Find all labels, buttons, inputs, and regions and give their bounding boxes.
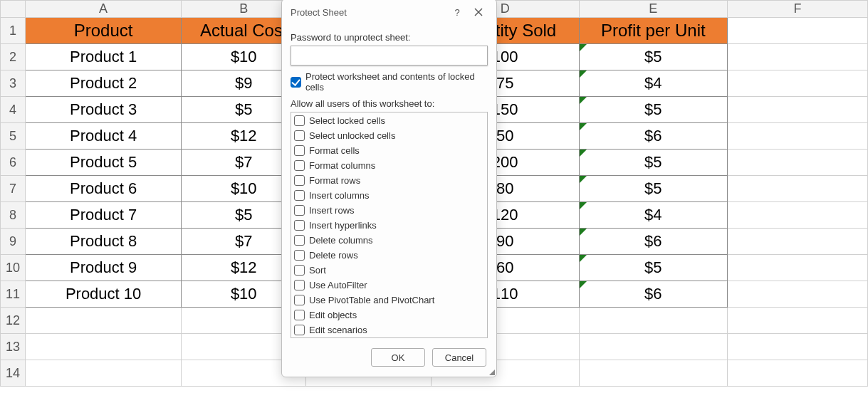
row-header[interactable]: 10 bbox=[1, 255, 26, 281]
cell-F10[interactable] bbox=[727, 255, 867, 281]
permission-item[interactable]: Sort bbox=[294, 263, 484, 276]
resize-handle[interactable] bbox=[488, 368, 495, 375]
cancel-button[interactable]: Cancel bbox=[432, 348, 486, 367]
row-header[interactable]: 9 bbox=[1, 229, 26, 255]
row-header[interactable]: 11 bbox=[1, 281, 26, 308]
cell-A4[interactable]: Product 3 bbox=[26, 97, 182, 123]
permission-checkbox[interactable] bbox=[294, 295, 305, 305]
cell-E3[interactable]: $4 bbox=[579, 70, 727, 97]
row-header[interactable]: 4 bbox=[1, 97, 26, 123]
cell-A6[interactable]: Product 5 bbox=[26, 150, 182, 176]
help-button[interactable]: ? bbox=[446, 4, 468, 21]
permission-checkbox[interactable] bbox=[294, 130, 305, 141]
cell-E8[interactable]: $4 bbox=[579, 202, 727, 229]
cell-F14[interactable] bbox=[727, 360, 867, 387]
permission-item[interactable]: Use PivotTable and PivotChart bbox=[294, 293, 484, 306]
cell-A12[interactable] bbox=[26, 308, 182, 334]
permission-item[interactable]: Insert rows bbox=[294, 204, 484, 216]
cell-E6[interactable]: $5 bbox=[579, 150, 727, 176]
cell-E7[interactable]: $5 bbox=[579, 176, 727, 202]
permission-item[interactable]: Edit objects bbox=[294, 308, 484, 321]
cell-A5[interactable]: Product 4 bbox=[26, 123, 182, 150]
cell-F2[interactable] bbox=[727, 44, 867, 70]
dialog-title: Protect Sheet bbox=[291, 7, 446, 18]
cell-A8[interactable]: Product 7 bbox=[26, 202, 182, 229]
row-header[interactable]: 14 bbox=[1, 360, 26, 387]
cell-F1[interactable] bbox=[727, 18, 867, 44]
permission-checkbox[interactable] bbox=[294, 160, 305, 171]
row-header[interactable]: 8 bbox=[1, 202, 26, 229]
cell-A2[interactable]: Product 1 bbox=[26, 44, 182, 70]
permission-checkbox[interactable] bbox=[294, 145, 305, 156]
permission-checkbox[interactable] bbox=[294, 250, 305, 261]
cell-F9[interactable] bbox=[727, 229, 867, 255]
permission-checkbox[interactable] bbox=[294, 310, 305, 320]
row-header[interactable]: 3 bbox=[1, 70, 26, 97]
permission-item[interactable]: Format columns bbox=[294, 159, 484, 172]
permission-checkbox[interactable] bbox=[294, 190, 305, 201]
permission-item[interactable]: Format rows bbox=[294, 174, 484, 187]
permission-item[interactable]: Format cells bbox=[294, 144, 484, 157]
ok-button[interactable]: OK bbox=[371, 348, 425, 367]
close-button[interactable] bbox=[468, 4, 489, 21]
permissions-list[interactable]: Select locked cellsSelect unlocked cells… bbox=[291, 112, 488, 338]
protect-contents-checkbox[interactable] bbox=[291, 77, 301, 88]
cell-E2[interactable]: $5 bbox=[579, 44, 727, 70]
permission-item[interactable]: Delete columns bbox=[294, 234, 484, 246]
row-header[interactable]: 12 bbox=[1, 308, 26, 334]
row-header[interactable]: 5 bbox=[1, 123, 26, 150]
permission-checkbox[interactable] bbox=[294, 280, 305, 290]
permission-item[interactable]: Delete rows bbox=[294, 248, 484, 261]
cell-F3[interactable] bbox=[727, 70, 867, 97]
cell-A7[interactable]: Product 6 bbox=[26, 176, 182, 202]
cell-F4[interactable] bbox=[727, 97, 867, 123]
select-all-corner[interactable] bbox=[1, 1, 26, 18]
cell-E11[interactable]: $6 bbox=[579, 281, 727, 308]
permission-checkbox[interactable] bbox=[294, 175, 305, 186]
permission-checkbox[interactable] bbox=[294, 325, 305, 335]
cell-E13[interactable] bbox=[579, 334, 727, 360]
row-header[interactable]: 2 bbox=[1, 44, 26, 70]
cell-E4[interactable]: $5 bbox=[579, 97, 727, 123]
cell-A10[interactable]: Product 9 bbox=[26, 255, 182, 281]
cell-A11[interactable]: Product 10 bbox=[26, 281, 182, 308]
cell-E12[interactable] bbox=[579, 308, 727, 334]
cell-E14[interactable] bbox=[579, 360, 727, 387]
cell-A1[interactable]: Product bbox=[26, 18, 182, 44]
cell-A9[interactable]: Product 8 bbox=[26, 229, 182, 255]
cell-F6[interactable] bbox=[727, 150, 867, 176]
permission-item[interactable]: Select unlocked cells bbox=[294, 129, 484, 142]
row-header[interactable]: 6 bbox=[1, 150, 26, 176]
cell-E10[interactable]: $5 bbox=[579, 255, 727, 281]
cell-A14[interactable] bbox=[26, 360, 182, 387]
cell-E1[interactable]: Profit per Unit bbox=[579, 18, 727, 44]
permission-item[interactable]: Edit scenarios bbox=[294, 323, 484, 336]
permission-checkbox[interactable] bbox=[294, 205, 305, 216]
cell-A13[interactable] bbox=[26, 334, 182, 360]
col-header-E[interactable]: E bbox=[579, 1, 727, 18]
cell-F11[interactable] bbox=[727, 281, 867, 308]
permission-item[interactable]: Use AutoFilter bbox=[294, 278, 484, 291]
row-header[interactable]: 7 bbox=[1, 176, 26, 202]
row-header[interactable]: 13 bbox=[1, 334, 26, 360]
cell-A3[interactable]: Product 2 bbox=[26, 70, 182, 97]
dialog-titlebar[interactable]: Protect Sheet ? bbox=[282, 0, 496, 21]
permission-item[interactable]: Insert columns bbox=[294, 189, 484, 201]
permission-checkbox[interactable] bbox=[294, 220, 305, 231]
password-input[interactable] bbox=[291, 46, 488, 66]
cell-F13[interactable] bbox=[727, 334, 867, 360]
cell-F12[interactable] bbox=[727, 308, 867, 334]
col-header-F[interactable]: F bbox=[727, 1, 867, 18]
permission-item[interactable]: Insert hyperlinks bbox=[294, 219, 484, 231]
cell-F5[interactable] bbox=[727, 123, 867, 150]
permission-checkbox[interactable] bbox=[294, 265, 305, 276]
cell-E9[interactable]: $6 bbox=[579, 229, 727, 255]
col-header-A[interactable]: A bbox=[26, 1, 182, 18]
permission-checkbox[interactable] bbox=[294, 235, 305, 246]
cell-F7[interactable] bbox=[727, 176, 867, 202]
permission-checkbox[interactable] bbox=[294, 115, 305, 126]
cell-F8[interactable] bbox=[727, 202, 867, 229]
permission-item[interactable]: Select locked cells bbox=[294, 114, 484, 127]
cell-E5[interactable]: $6 bbox=[579, 123, 727, 150]
row-header[interactable]: 1 bbox=[1, 18, 26, 44]
